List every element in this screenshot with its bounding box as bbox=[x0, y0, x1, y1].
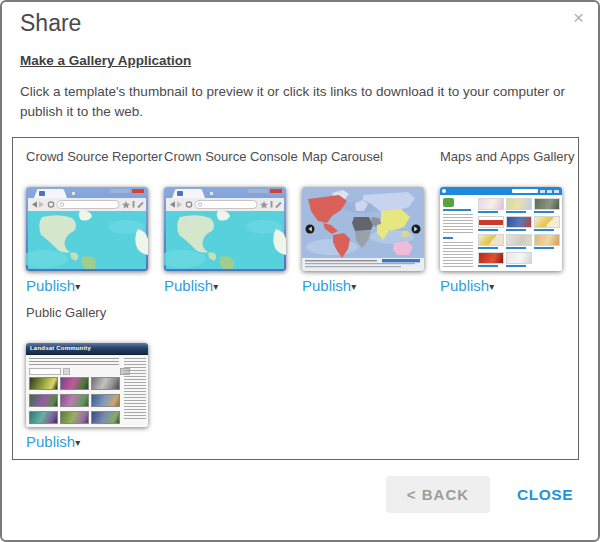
template-thumbnail-public-gallery[interactable]: Landsat Community bbox=[26, 343, 148, 427]
template-card-crown-source-console: Crown Source Console bbox=[164, 148, 302, 294]
template-name: Crowd Source Reporter bbox=[26, 148, 164, 184]
publish-row: Publish▾ bbox=[26, 433, 164, 450]
publish-row: Publish▾ bbox=[302, 277, 440, 294]
template-card-crowd-source-reporter: Crowd Source Reporter bbox=[26, 148, 164, 294]
gallery-page-body-art bbox=[440, 195, 562, 271]
publish-link[interactable]: Publish bbox=[302, 277, 351, 294]
template-card-public-gallery: Public Gallery Landsat Community bbox=[26, 304, 164, 450]
caret-down-icon[interactable]: ▾ bbox=[75, 437, 80, 448]
description-text: Click a template's thumbnail to preview … bbox=[20, 82, 580, 121]
template-thumbnail-maps-and-apps-gallery[interactable] bbox=[440, 187, 562, 271]
share-dialog: Share × Make a Gallery Application Click… bbox=[0, 0, 600, 542]
browser-map-preview-art bbox=[164, 187, 286, 271]
caret-down-icon[interactable]: ▾ bbox=[213, 281, 218, 292]
publish-row: Publish▾ bbox=[164, 277, 302, 294]
landsat-page-body-art bbox=[26, 355, 148, 426]
caret-down-icon[interactable]: ▾ bbox=[75, 281, 80, 292]
template-name: Maps and Apps Gallery bbox=[440, 148, 578, 184]
close-button[interactable]: CLOSE bbox=[517, 486, 573, 504]
template-card-maps-and-apps-gallery: Maps and Apps Gallery bbox=[440, 148, 578, 294]
make-gallery-application-link[interactable]: Make a Gallery Application bbox=[20, 53, 191, 68]
browser-map-preview-art bbox=[26, 187, 148, 271]
template-thumbnail-crowd-source-reporter[interactable] bbox=[26, 187, 148, 271]
caret-down-icon[interactable]: ▾ bbox=[489, 281, 494, 292]
templates-panel: Crowd Source Reporter bbox=[12, 137, 579, 460]
publish-link[interactable]: Publish bbox=[26, 277, 75, 294]
close-icon[interactable]: × bbox=[573, 8, 584, 27]
page-title: Share bbox=[20, 10, 598, 37]
template-thumbnail-map-carousel[interactable] bbox=[302, 187, 424, 271]
landsat-banner: Landsat Community bbox=[26, 343, 148, 355]
publish-link[interactable]: Publish bbox=[440, 277, 489, 294]
gallery-page-header-art bbox=[440, 187, 562, 195]
publish-link[interactable]: Publish bbox=[164, 277, 213, 294]
back-button[interactable]: < BACK bbox=[386, 476, 490, 513]
template-card-map-carousel: Map Carousel bbox=[302, 148, 440, 294]
publish-row: Publish▾ bbox=[26, 277, 164, 294]
publish-link[interactable]: Publish bbox=[26, 433, 75, 450]
publish-row: Publish▾ bbox=[440, 277, 578, 294]
dialog-footer: < BACK CLOSE bbox=[386, 476, 573, 513]
template-thumbnail-crown-source-console[interactable] bbox=[164, 187, 286, 271]
world-map-carousel-art bbox=[302, 187, 424, 271]
template-name: Public Gallery bbox=[26, 304, 164, 340]
caret-down-icon[interactable]: ▾ bbox=[351, 281, 356, 292]
template-name: Crown Source Console bbox=[164, 148, 302, 184]
template-name: Map Carousel bbox=[302, 148, 440, 184]
